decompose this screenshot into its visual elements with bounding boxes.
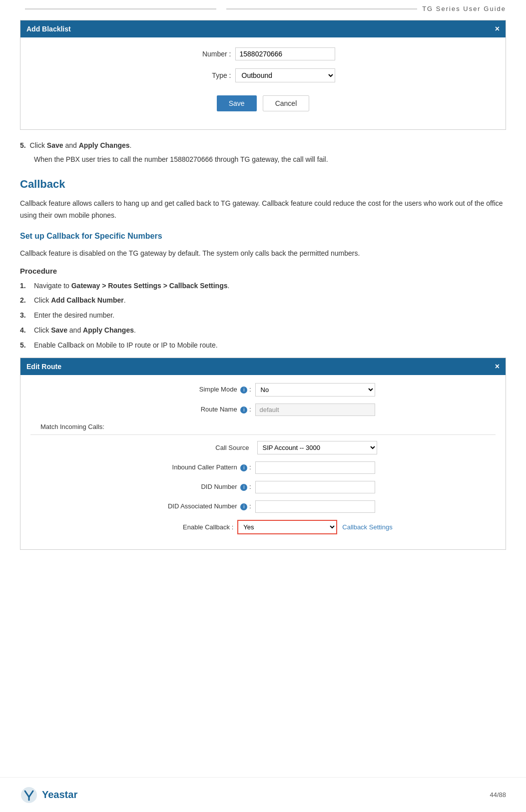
proc-text-4: Click Save and Apply Changes. [34,325,136,337]
match-incoming-label: Match Incoming Calls: [40,423,496,430]
proc-num-5: 5. [20,340,34,352]
dialog-title: Add Blacklist [26,25,71,33]
simple-mode-row: Simple Mode i : No Yes [30,383,496,397]
inbound-caller-label: Inbound Caller Pattern i : [151,463,251,471]
call-source-select[interactable]: SIP Account -- 3000 [257,441,377,454]
page-title: TG Series User Guide [422,5,506,12]
call-source-row: Call Source SIP Account -- 3000 [30,441,496,454]
proc-text-5: Enable Callback on Mobile to IP route or… [34,340,218,352]
setup-callback-heading: Set up Callback for Specific Numbers [20,232,506,241]
did-assoc-row: DID Associated Number i : [30,500,496,513]
simple-mode-info-icon[interactable]: i [240,387,247,394]
inbound-caller-info-icon[interactable]: i [240,464,247,471]
dialog-buttons: Save Cancel [40,90,486,119]
step-5-text1: Click [30,141,47,149]
header-line-2 [226,8,418,9]
proc-bold-4b: Apply Changes [83,326,134,334]
route-name-label: Route Name i : [151,406,251,413]
proc-text-1: Navigate to Gateway > Routes Settings > … [34,280,229,292]
match-divider [30,434,496,435]
did-number-info-icon[interactable]: i [240,484,247,491]
step-5-desc: When the PBX user tries to call the numb… [34,154,506,166]
enable-callback-row: Enable Callback : Yes No Callback Settin… [30,520,496,534]
proc-text-2: Click Add Callback Number. [34,295,126,307]
close-icon[interactable]: × [495,24,500,33]
inbound-caller-input[interactable] [255,461,375,474]
step-5-text2: and [63,141,79,149]
dialog-header: Add Blacklist × [20,20,506,37]
save-button[interactable]: Save [217,95,257,111]
step-5-bold1: Save [47,141,63,149]
simple-mode-label: Simple Mode i : [151,386,251,394]
proc-step-5: 5. Enable Callback on Mobile to IP route… [20,340,506,352]
simple-mode-select[interactable]: No Yes [255,383,375,397]
did-assoc-label: DID Associated Number i : [151,502,251,510]
did-number-input[interactable] [255,481,375,493]
type-row: Type : Outbound Inbound [40,68,486,82]
did-number-label: DID Number i : [151,483,251,491]
edit-route-header: Edit Route × [20,358,506,375]
dialog-body: Number : Type : Outbound Inbound Save Ca… [20,37,506,129]
proc-bold-1: Gateway > Routes Settings > Callback Set… [71,282,228,290]
callback-body1: Callback feature allows callers to hang … [20,198,506,222]
did-number-row: DID Number i : [30,481,496,493]
edit-route-dialog: Edit Route × Simple Mode i : No Yes Rout… [20,358,506,550]
type-label: Type : [191,71,231,79]
edit-route-close-icon[interactable]: × [495,362,500,371]
proc-num-1: 1. [20,280,34,292]
route-name-row: Route Name i : [30,404,496,416]
step-5-text3: . [130,141,132,149]
procedure-list: 1. Navigate to Gateway > Routes Settings… [20,280,506,352]
page-footer: Yeastar 44/88 [0,777,526,812]
edit-route-body: Simple Mode i : No Yes Route Name i : Ma… [20,375,506,549]
page-number: 44/88 [490,791,506,799]
step-5-num: 5. [20,141,26,149]
enable-callback-label: Enable Callback : [133,523,233,531]
yeastar-logo-icon [20,786,38,804]
proc-text-3: Enter the desired number. [34,310,114,322]
match-incoming-section: Match Incoming Calls: [30,423,496,435]
proc-num-4: 4. [20,325,34,337]
main-content: Add Blacklist × Number : Type : Outbound… [0,15,526,590]
proc-step-4: 4. Click Save and Apply Changes. [20,325,506,337]
proc-step-3: 3. Enter the desired number. [20,310,506,322]
enable-callback-select[interactable]: Yes No [237,520,337,534]
call-source-label: Call Source [149,444,249,451]
proc-step-1: 1. Navigate to Gateway > Routes Settings… [20,280,506,292]
add-blacklist-dialog: Add Blacklist × Number : Type : Outbound… [20,20,506,130]
procedure-heading: Procedure [20,267,506,275]
page-header: TG Series User Guide [0,0,526,12]
step-5-item: 5. Click Save and Apply Changes. [20,140,506,151]
proc-num-3: 3. [20,310,34,322]
callback-heading: Callback [20,178,506,191]
type-select[interactable]: Outbound Inbound [235,68,335,82]
route-name-info-icon[interactable]: i [240,406,247,413]
route-name-input[interactable] [255,404,375,416]
proc-step-2: 2. Click Add Callback Number. [20,295,506,307]
callback-settings-link[interactable]: Callback Settings [342,523,392,531]
logo: Yeastar [20,786,77,804]
inbound-caller-row: Inbound Caller Pattern i : [30,461,496,474]
proc-bold-2: Add Callback Number [51,296,123,304]
cancel-button[interactable]: Cancel [263,95,310,111]
proc-num-2: 2. [20,295,34,307]
callback-body2: Callback feature is disabled on the TG g… [20,248,506,260]
step-5-bold2: Apply Changes [79,141,130,149]
logo-text: Yeastar [42,789,77,801]
did-assoc-input[interactable] [255,500,375,513]
did-assoc-info-icon[interactable]: i [240,503,247,510]
proc-bold-4a: Save [51,326,67,334]
number-row: Number : [40,47,486,60]
number-label: Number : [191,50,231,58]
header-line-1 [25,8,216,9]
number-input[interactable] [235,47,335,60]
edit-route-title: Edit Route [26,363,61,371]
